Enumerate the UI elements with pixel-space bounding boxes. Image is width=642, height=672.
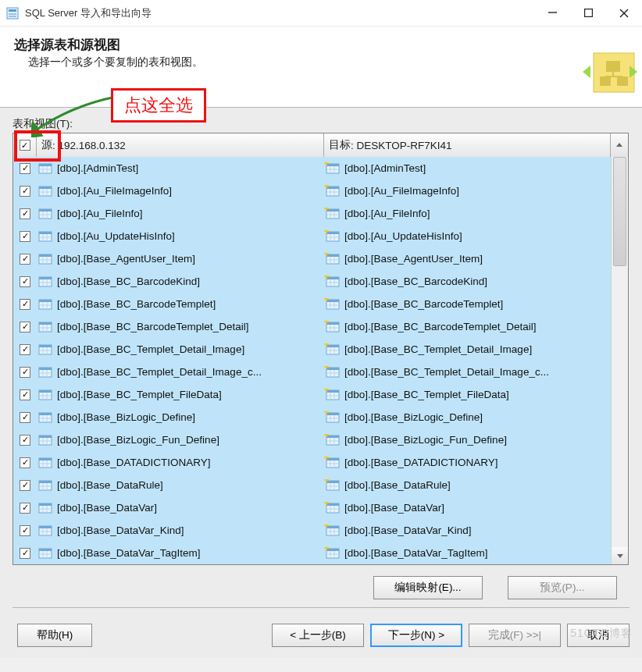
row-source-cell[interactable]: [dbo].[Base_DataVar_Kind]	[37, 524, 324, 537]
row-target-cell[interactable]: [dbo].[Base_BC_Templet_Detail_Image_c...	[324, 366, 611, 379]
row-target-cell[interactable]: [dbo].[Base_DataRule]	[324, 479, 611, 492]
row-source-cell[interactable]: [dbo].[Au_FileImageInfo]	[37, 185, 324, 197]
row-checkbox[interactable]	[20, 503, 30, 514]
row-target-cell[interactable]: [dbo].[Base_DataVar_TagItem]	[324, 547, 611, 560]
row-checkbox-cell[interactable]	[13, 344, 37, 355]
row-checkbox-cell[interactable]	[13, 254, 37, 265]
row-target-cell[interactable]: [dbo].[Base_AgentUser_Item]	[324, 253, 611, 265]
row-source-cell[interactable]: [dbo].[Base_BC_BarcodeTemplet_Detail]	[37, 321, 324, 333]
cancel-button[interactable]: 取消	[567, 624, 630, 647]
row-source-cell[interactable]: [dbo].[Base_BizLogic_Define]	[37, 411, 324, 424]
row-checkbox[interactable]	[20, 322, 30, 332]
row-checkbox[interactable]	[20, 525, 30, 536]
row-target-cell[interactable]: [dbo].[Base_DataVar_Kind]	[324, 524, 611, 537]
row-checkbox[interactable]	[20, 344, 30, 355]
row-checkbox[interactable]	[20, 208, 30, 219]
row-source-cell[interactable]: [dbo].[Base_DataRule]	[37, 479, 324, 492]
row-source-cell[interactable]: [dbo].[Au_FileInfo]	[37, 208, 324, 220]
row-checkbox-cell[interactable]	[13, 525, 37, 536]
header-target[interactable]: 目标: DESKTOP-RF7KI41	[324, 133, 611, 157]
scroll-down-button[interactable]	[612, 547, 628, 564]
row-checkbox-cell[interactable]	[13, 163, 37, 174]
row-target-cell[interactable]: [dbo].[Au_FileImageInfo]	[324, 185, 611, 197]
row-checkbox-cell[interactable]	[13, 186, 37, 197]
row-source-cell[interactable]: [dbo].[Base_BC_Templet_FileData]	[37, 389, 324, 401]
help-button[interactable]: 帮助(H)	[17, 624, 92, 647]
row-checkbox-cell[interactable]	[13, 231, 37, 242]
row-source-cell[interactable]: [dbo].[Base_BC_BarcodeTemplet]	[37, 298, 324, 311]
row-target-cell[interactable]: [dbo].[Base_BizLogic_Define]	[324, 411, 611, 424]
row-checkbox[interactable]	[20, 186, 30, 197]
row-target-cell[interactable]: [dbo].[Base_BizLogic_Fun_Define]	[324, 434, 611, 446]
header-source[interactable]: 源: 192.168.0.132	[37, 133, 324, 157]
row-checkbox[interactable]	[20, 457, 30, 468]
row-checkbox-cell[interactable]	[13, 480, 37, 491]
row-checkbox-cell[interactable]	[13, 299, 37, 310]
row-source-cell[interactable]: [dbo].[Base_DATADICTIONARY]	[37, 457, 324, 469]
row-target-cell[interactable]: [dbo].[Au_FileInfo]	[324, 208, 611, 220]
row-source-cell[interactable]: [dbo].[Base_BC_Templet_Detail_Image_c...	[37, 366, 324, 379]
row-checkbox-cell[interactable]	[13, 322, 37, 332]
table-row[interactable]: [dbo].[Base_DataVar_TagItem][dbo].[Base_…	[13, 542, 611, 564]
table-row[interactable]: [dbo].[Base_BC_Templet_FileData][dbo].[B…	[13, 383, 611, 406]
table-row[interactable]: [dbo].[Au_FileImageInfo][dbo].[Au_FileIm…	[13, 180, 611, 202]
row-source-cell[interactable]: [dbo].[Base_BC_BarcodeKind]	[37, 276, 324, 288]
table-row[interactable]: [dbo].[Base_AgentUser_Item][dbo].[Base_A…	[13, 247, 611, 270]
table-row[interactable]: [dbo].[Base_DataRule][dbo].[Base_DataRul…	[13, 474, 611, 496]
row-checkbox[interactable]	[20, 435, 30, 446]
edit-mapping-button[interactable]: 编辑映射(E)...	[373, 576, 483, 599]
table-row[interactable]: [dbo].[Au_FileInfo][dbo].[Au_FileInfo]	[13, 202, 611, 225]
table-row[interactable]: [dbo].[Base_BC_Templet_Detail_Image][dbo…	[13, 338, 611, 361]
row-checkbox[interactable]	[20, 163, 30, 174]
row-target-cell[interactable]: [dbo].[Base_BC_BarcodeKind]	[324, 276, 611, 288]
row-checkbox[interactable]	[20, 480, 30, 491]
table-row[interactable]: [dbo].[Base_BizLogic_Define][dbo].[Base_…	[13, 406, 611, 428]
table-row[interactable]: [dbo].[Au_UpdateHisInfo][dbo].[Au_Update…	[13, 225, 611, 247]
row-checkbox[interactable]	[20, 276, 30, 287]
table-row[interactable]: [dbo].[Base_BC_BarcodeTemplet][dbo].[Bas…	[13, 293, 611, 315]
scrollbar-thumb[interactable]	[613, 157, 626, 266]
row-target-cell[interactable]: [dbo].[Base_DataVar]	[324, 502, 611, 514]
row-target-cell[interactable]: [dbo].[Base_BC_Templet_Detail_Image]	[324, 343, 611, 356]
table-row[interactable]: [dbo].[Base_BizLogic_Fun_Define][dbo].[B…	[13, 428, 611, 451]
table-row[interactable]: [dbo].[AdminTest][dbo].[AdminTest]	[13, 157, 611, 180]
finish-button[interactable]: 完成(F) >>|	[469, 624, 561, 647]
row-checkbox-cell[interactable]	[13, 457, 37, 468]
row-target-cell[interactable]: [dbo].[Au_UpdateHisInfo]	[324, 230, 611, 243]
row-source-cell[interactable]: [dbo].[Au_UpdateHisInfo]	[37, 230, 324, 243]
row-checkbox-cell[interactable]	[13, 548, 37, 559]
row-checkbox[interactable]	[20, 299, 30, 310]
row-target-cell[interactable]: [dbo].[Base_BC_BarcodeTemplet]	[324, 298, 611, 311]
row-source-cell[interactable]: [dbo].[Base_BizLogic_Fun_Define]	[37, 434, 324, 446]
row-source-cell[interactable]: [dbo].[Base_DataVar]	[37, 502, 324, 514]
back-button[interactable]: < 上一步(B)	[272, 624, 364, 647]
row-source-cell[interactable]: [dbo].[Base_DataVar_TagItem]	[37, 547, 324, 560]
scroll-up-button[interactable]	[611, 133, 628, 157]
table-row[interactable]: [dbo].[Base_DATADICTIONARY][dbo].[Base_D…	[13, 451, 611, 474]
row-source-cell[interactable]: [dbo].[Base_AgentUser_Item]	[37, 253, 324, 265]
row-checkbox[interactable]	[20, 231, 30, 242]
table-row[interactable]: [dbo].[Base_DataVar_Kind][dbo].[Base_Dat…	[13, 519, 611, 542]
table-row[interactable]: [dbo].[Base_BC_BarcodeTemplet_Detail][db…	[13, 315, 611, 338]
row-checkbox[interactable]	[20, 548, 30, 559]
row-checkbox-cell[interactable]	[13, 276, 37, 287]
row-source-cell[interactable]: [dbo].[AdminTest]	[37, 162, 324, 175]
minimize-button[interactable]	[534, 0, 570, 26]
row-checkbox-cell[interactable]	[13, 208, 37, 219]
next-button[interactable]: 下一步(N) >	[370, 624, 462, 647]
checkbox-select-all[interactable]	[20, 140, 30, 151]
row-target-cell[interactable]: [dbo].[AdminTest]	[324, 162, 611, 175]
table-row[interactable]: [dbo].[Base_BC_BarcodeKind][dbo].[Base_B…	[13, 270, 611, 293]
row-checkbox-cell[interactable]	[13, 367, 37, 378]
row-source-cell[interactable]: [dbo].[Base_BC_Templet_Detail_Image]	[37, 343, 324, 356]
row-checkbox[interactable]	[20, 254, 30, 265]
preview-button[interactable]: 预览(P)...	[508, 576, 617, 599]
table-row[interactable]: [dbo].[Base_BC_Templet_Detail_Image_c...…	[13, 361, 611, 383]
row-target-cell[interactable]: [dbo].[Base_DATADICTIONARY]	[324, 457, 611, 469]
row-checkbox[interactable]	[20, 367, 30, 378]
row-checkbox[interactable]	[20, 412, 30, 423]
close-button[interactable]	[606, 0, 642, 26]
row-checkbox-cell[interactable]	[13, 389, 37, 400]
vertical-scrollbar[interactable]	[611, 157, 628, 564]
row-target-cell[interactable]: [dbo].[Base_BC_Templet_FileData]	[324, 389, 611, 401]
